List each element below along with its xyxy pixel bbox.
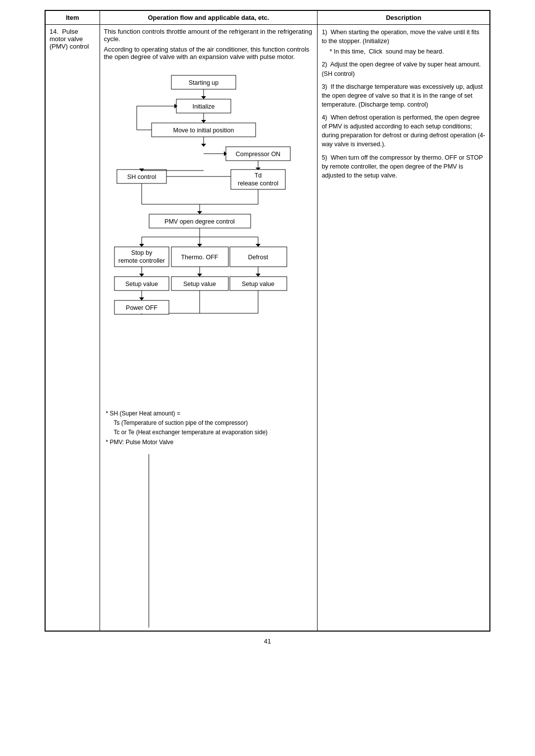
notes-section: * SH (Super Heat amount) = Ts (Temperatu… — [104, 405, 314, 449]
page-container: Item Operation flow and applicable data,… — [45, 10, 490, 632]
initialize-label: Initialize — [192, 103, 214, 110]
note-ts: Ts (Temperature of suction pipe of the c… — [106, 418, 312, 428]
note-tc: Tc or Te (Heat exchanger temperature at … — [106, 428, 312, 437]
svg-marker-37 — [256, 244, 261, 247]
power-off-label: Power OFF — [126, 304, 158, 311]
description-list: 1) When starting the operation, move the… — [321, 28, 485, 180]
thermo-off-label: Thermo. OFF — [181, 254, 218, 261]
svg-marker-33 — [139, 244, 144, 247]
svg-marker-51 — [139, 297, 144, 300]
sh-control-label: SH control — [127, 174, 156, 180]
page-number: 41 — [10, 638, 525, 645]
operation-text1: This function controls throttle amount o… — [104, 28, 314, 43]
note-sh: * SH (Super Heat amount) = — [106, 409, 312, 418]
note-pmv: * PMV: Pulse Motor Valve — [106, 438, 312, 447]
header-item: Item — [46, 11, 100, 25]
svg-marker-12 — [201, 144, 206, 147]
starting-up-label: Starting up — [189, 79, 219, 86]
setup-value3-label: Setup value — [242, 281, 274, 288]
setup-value2-label: Setup value — [183, 281, 216, 288]
td-release-label1: Td — [255, 172, 262, 179]
item-cell: 14. Pulse motor valve (PMV) control — [46, 25, 100, 631]
svg-marker-42 — [139, 274, 144, 277]
continuation-line — [149, 454, 149, 628]
operation-cell: This function controls throttle amount o… — [100, 25, 318, 631]
desc-item-5: 5) When turn off the compressor by therm… — [321, 153, 485, 180]
move-initial-label: Move to initial position — [173, 127, 234, 134]
setup-value1-label: Setup value — [125, 281, 158, 288]
svg-marker-5 — [201, 120, 206, 123]
defrost-label: Defrost — [248, 254, 268, 261]
desc-item-3: 3) If the discharge temperature was exce… — [321, 82, 485, 109]
svg-marker-44 — [197, 274, 202, 277]
svg-marker-28 — [197, 211, 202, 214]
operation-text2: According to operating status of the air… — [104, 46, 314, 60]
description-cell: 1) When starting the operation, move the… — [318, 25, 490, 631]
flowchart-svg: Starting up Initialize — [107, 70, 310, 403]
desc-item-4: 4) When defrost operation is performed, … — [321, 113, 485, 149]
header-operation: Operation flow and applicable data, etc. — [100, 11, 318, 25]
continuation-area — [104, 449, 314, 628]
desc-item-2: 2) Adjust the open degree of valve by su… — [321, 60, 485, 78]
svg-marker-46 — [256, 274, 261, 277]
svg-marker-35 — [197, 244, 202, 247]
item-number: 14. — [50, 28, 58, 35]
td-release-label2: release control — [238, 180, 278, 187]
svg-marker-2 — [201, 96, 206, 99]
stop-remote-label1: Stop by — [131, 249, 153, 256]
desc-item-1: 1) When starting the operation, move the… — [321, 28, 485, 56]
main-table: Item Operation flow and applicable data,… — [45, 10, 490, 631]
stop-remote-label2: remote controller — [118, 257, 165, 264]
flowchart-container: Starting up Initialize — [104, 65, 314, 405]
pmv-open-label: PMV open degree control — [164, 218, 235, 225]
compressor-on-label: Compressor ON — [236, 151, 280, 158]
header-description: Description — [318, 11, 490, 25]
